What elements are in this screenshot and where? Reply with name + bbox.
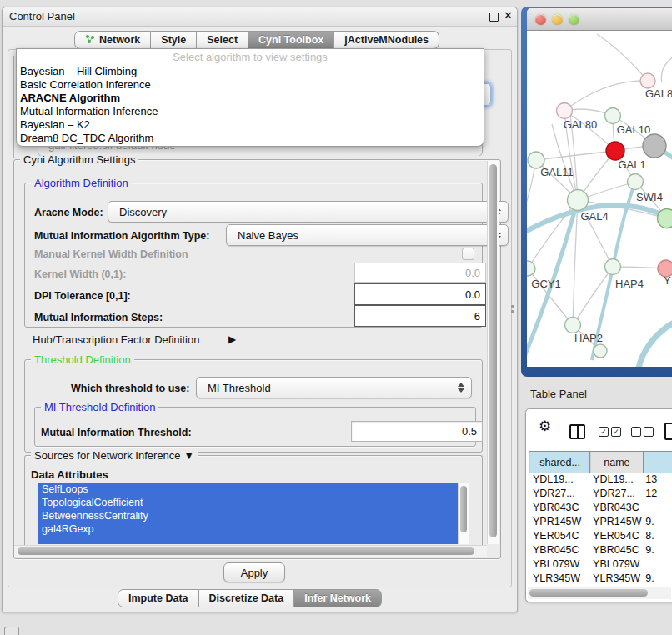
table-row[interactable]: YBL079WYBL079W	[529, 558, 672, 572]
data-attribute-item[interactable]: BetweennessCentrality	[38, 509, 458, 522]
unchecked-checkbox-icon[interactable]	[644, 427, 654, 437]
settings-vertical-scrollbar[interactable]	[487, 161, 499, 544]
data-attribute-item[interactable]: gal4RGexp	[38, 522, 458, 536]
table-cell: YBR043C	[589, 501, 642, 515]
network-node[interactable]	[557, 103, 573, 119]
algorithm-option[interactable]: Bayesian – K2	[20, 118, 480, 132]
algorithm-option[interactable]: ARACNE Algorithm	[20, 92, 480, 105]
algorithm-dropdown-placeholder: Select algorithm to view settings	[17, 51, 484, 63]
aracne-mode-combo[interactable]: Discovery	[108, 201, 509, 222]
minimize-traffic-light-icon[interactable]	[552, 14, 563, 25]
network-edge-highlighted[interactable]	[638, 321, 672, 367]
split-pane-divider[interactable]	[509, 303, 516, 315]
table-row[interactable]: YBR045CYBR045C9.	[529, 543, 672, 558]
network-node[interactable]	[606, 142, 624, 160]
table-cell: YER054C	[589, 529, 642, 543]
table-cell: 8.	[642, 529, 672, 543]
network-node[interactable]	[527, 261, 535, 276]
network-node[interactable]	[594, 344, 607, 358]
algorithm-option[interactable]: Bayesian – Hill Climbing	[20, 65, 480, 78]
network-edge[interactable]	[536, 151, 615, 160]
table-row[interactable]: YDL19...YDL19...13	[529, 472, 672, 487]
node-label: Y	[664, 274, 671, 287]
network-edge[interactable]	[552, 124, 578, 200]
document-icon[interactable]	[664, 422, 672, 440]
node-label: HAP2	[574, 332, 603, 344]
data-attribute-item[interactable]: SelfLoops	[38, 482, 458, 496]
settings-horizontal-scrollbar[interactable]	[14, 545, 487, 558]
network-node[interactable]	[640, 73, 655, 88]
algorithm-definition-title: Algorithm Definition	[31, 177, 132, 189]
table-horizontal-scrollbar[interactable]	[528, 587, 671, 599]
tab-discretize-data[interactable]: Discretize Data	[199, 589, 295, 608]
collapse-arrow-icon[interactable]: ▼	[183, 449, 194, 462]
node-label: SWI4	[636, 191, 663, 203]
tab-style[interactable]: Style	[151, 31, 197, 49]
hub-section-label[interactable]: Hub/Transcription Factor Definition	[33, 333, 199, 346]
table-horizontal-scrollbar-thumb[interactable]	[529, 589, 648, 597]
network-canvas[interactable]: GAL8GAL80GAL10GAL1SWI4GAL11GAL4GCY1HAP4Y…	[527, 31, 672, 367]
unchecked-checkbox-icon[interactable]	[631, 427, 641, 437]
network-node[interactable]	[605, 108, 621, 124]
mi-threshold-label: Mutual Information Threshold:	[41, 427, 192, 438]
attributes-scrollbar-thumb[interactable]	[460, 486, 467, 532]
kernel-width-input[interactable]: 0.0	[354, 262, 486, 282]
checked-checkbox-icon[interactable]: ✓	[599, 427, 609, 437]
dpi-tolerance-input[interactable]: 0.0	[354, 283, 486, 305]
checked-checkbox-icon[interactable]: ✓	[611, 427, 621, 437]
zoom-traffic-light-icon[interactable]	[569, 14, 579, 25]
mi-steps-input[interactable]: 6	[354, 305, 486, 327]
control-panel-tabbar: NetworkStyleSelectCyni ToolboxjActiveMNo…	[74, 31, 439, 49]
network-window-titlebar[interactable]	[527, 8, 672, 31]
float-window-icon[interactable]	[489, 12, 499, 22]
manual-kernel-checkbox[interactable]	[462, 248, 474, 260]
algorithm-option[interactable]: Basic Correlation Inference	[20, 78, 480, 92]
table-row[interactable]: YPR145WYPR145W9.	[529, 515, 672, 529]
table-header: shared...name	[529, 451, 672, 473]
column-header[interactable]: shared...	[529, 452, 590, 472]
tab-cyni-toolbox[interactable]: Cyni Toolbox	[248, 31, 334, 49]
settings-horizontal-scrollbar-thumb[interactable]	[18, 548, 474, 555]
table-cell	[642, 501, 672, 515]
split-columns-icon[interactable]	[569, 424, 585, 439]
tab-impute-data[interactable]: Impute Data	[118, 589, 199, 608]
expand-arrow-icon[interactable]: ▶	[228, 333, 236, 345]
table-row[interactable]: YDR27...YDR27...12	[529, 487, 672, 501]
screen: Control Panel ✕ NetworkStyleSelectCyni T…	[0, 0, 672, 635]
tab-network[interactable]: Network	[74, 31, 151, 49]
node-label: GAL8	[645, 88, 672, 100]
column-header[interactable]	[644, 452, 672, 472]
network-node[interactable]	[568, 190, 589, 211]
settings-vertical-scrollbar-thumb[interactable]	[489, 164, 497, 538]
network-node[interactable]	[565, 318, 581, 333]
table-cell: 13	[642, 472, 672, 487]
algorithm-option[interactable]: Dream8 DC_TDC Algorithm	[20, 132, 480, 145]
mi-threshold-input[interactable]: 0.5	[351, 421, 483, 442]
mi-type-combo[interactable]: Naive Bayes	[226, 224, 509, 246]
algorithm-option[interactable]: Mutual Information Inference	[20, 105, 480, 118]
table-row[interactable]: YER054CYER054C8.	[529, 529, 672, 543]
tab-infer-network[interactable]: Infer Network	[294, 589, 382, 608]
network-node[interactable]	[605, 259, 621, 275]
data-attribute-item[interactable]: TopologicalCoefficient	[38, 496, 458, 509]
which-threshold-combo[interactable]: MI Threshold	[196, 377, 472, 398]
network-node[interactable]	[643, 134, 666, 158]
network-node[interactable]	[658, 209, 672, 228]
tab-jactivemnodules[interactable]: jActiveMNodules	[334, 31, 439, 49]
network-node[interactable]	[628, 174, 644, 190]
network-edge[interactable]	[661, 56, 672, 82]
tab-select[interactable]: Select	[197, 31, 248, 49]
column-header[interactable]: name	[590, 452, 643, 472]
attributes-scrollbar[interactable]	[458, 482, 469, 544]
table-row[interactable]: YLR345WYLR345W9.	[529, 572, 672, 586]
apply-button[interactable]: Apply	[223, 562, 285, 582]
close-icon[interactable]: ✕	[504, 9, 513, 22]
network-edge[interactable]	[597, 34, 648, 81]
network-edge[interactable]	[564, 81, 648, 111]
table-row[interactable]: YBR043CYBR043C	[529, 501, 672, 515]
table-settings-gear-icon[interactable]: ⚙	[539, 419, 551, 433]
tab-label: Network	[99, 34, 140, 46]
close-traffic-light-icon[interactable]	[535, 14, 546, 25]
table-cell: YLR345W	[589, 572, 642, 586]
control-panel-titlebar[interactable]: Control Panel ✕	[3, 8, 517, 27]
